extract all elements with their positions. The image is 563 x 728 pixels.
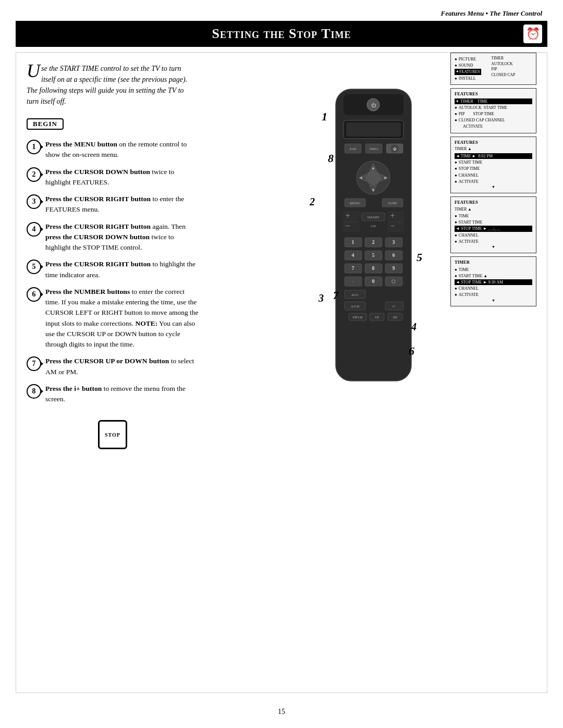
overlay-num-8: 8 [328,152,334,165]
panel4-subtitle: TIMER ▲ [455,207,532,213]
stop-icon-area: STOP [27,420,199,449]
step-text-6: Press the NUMBER buttons to enter the co… [45,287,199,350]
step-text-3: Press the CURSOR RIGHT button to enter t… [45,194,199,215]
svg-text:DN: DN [393,316,398,319]
screen-panels-column: ● PICTURE ● SOUND ✦ FEATURES ● INSTALL T… [450,53,536,306]
overlay-num-4: 4 [411,321,417,333]
panel5-starttime: ● START TIME ▲ [455,273,532,279]
panel2-timer: ✦ TIMERTIME [455,98,532,104]
remote-illustration: ⏻ SAP INFO ⏻ ▲ ▼ [317,84,437,399]
step-8: 8 Press the i+ button to remove the menu… [27,384,199,405]
overlay-num-6: 6 [409,344,414,358]
panel3-down: ▼ [455,185,532,190]
svg-text:▲: ▲ [371,165,376,170]
panel4-title: FEATURES [455,200,532,206]
panel2-title: FEATURES [455,91,532,97]
title-bar: Setting the Stop Time ⏰ [16,21,547,47]
panel1-col-timer: TIMER [492,56,516,61]
step-7: 7 Press the CURSOR UP or DOWN button to … [27,356,199,377]
svg-text:◄: ◄ [359,175,363,180]
panel4-down: ▼ [455,245,532,250]
step-text-2: Press the CURSOR DOWN button twice to hi… [45,167,199,188]
intro-paragraph: Use the START TIME control to set the TV… [27,63,188,107]
step-text-8: Press the i+ button to remove the menu f… [45,384,199,405]
panel4-activate: ● ACTIVATE [455,239,532,244]
panel3-title: FEATURES [455,140,532,146]
clock-icon: ⏰ [523,24,542,43]
panel3-time: ◄ TIME ► 8:02 PM [455,153,532,159]
step-5: 5 Press the CURSOR RIGHT button to highl… [27,259,199,280]
svg-text:4: 4 [352,252,354,258]
header-section: Features Menu • The Timer Control [441,9,542,17]
panel2-activate: ACTIVATE [455,124,532,129]
svg-text:8: 8 [372,265,375,271]
svg-text:PIP CH: PIP CH [353,316,363,319]
svg-text:3: 3 [393,239,395,245]
panel1-col-autolock: AUTOLOCK [492,61,516,67]
overlay-num-7: 7 [333,290,338,302]
svg-text:▼: ▼ [371,188,376,193]
panel1-row-picture: ● PICTURE [455,56,481,62]
svg-text:9: 9 [393,265,395,271]
panel2-pip: ● PIPSTOP TIME [455,111,532,117]
svg-text:SURF: SURF [388,201,397,205]
step-6: 6 Press the NUMBER buttons to enter the … [27,287,199,350]
remote-svg: ⏻ SAP INFO ⏻ ▲ ▼ [317,84,437,397]
svg-rect-30 [388,212,403,222]
step-text-1: Press the MENU button on the remote cont… [45,139,199,161]
step-text-5: Press the CURSOR RIGHT button to highlig… [45,259,199,280]
svg-text:⬡: ⬡ [391,279,396,284]
svg-rect-36 [388,222,403,231]
svg-text:·: · [352,279,353,284]
panel3-activate: ● ACTIVATE [455,179,532,184]
intro-text: se the START TIME control to set the TV … [27,65,187,105]
svg-text:ACC: ACC [351,293,359,297]
panel1-row-sound: ● SOUND [455,63,481,68]
step-1: 1 Press the MENU button on the remote co… [27,139,199,161]
svg-text:1: 1 [352,239,354,245]
svg-text:MENU: MENU [350,201,361,205]
svg-text:CH: CH [371,224,376,228]
panel4-stoptime: ◄ STOP TIME ► _ _:_ _ [455,226,532,231]
panel3-stoptime: ● STOP TIME [455,166,532,171]
screen-panel-3: FEATURES TIMER ▲ ◄ TIME ► 8:02 PM ● STAR… [450,137,536,193]
page-number-area: 15 [0,698,563,725]
step-text-7: Press the CURSOR UP or DOWN button to se… [45,356,199,377]
page-number: 15 [278,708,285,715]
svg-point-14 [366,170,381,185]
step-num-2: 2 [27,167,41,182]
step-num-8: 8 [27,384,41,399]
overlay-num-1: 1 [322,110,327,124]
svg-text:7: 7 [352,265,354,271]
panel5-activate: ● ACTIVATE [455,292,532,298]
step-3: 3 Press the CURSOR RIGHT button to enter… [27,194,199,215]
screen-panel-1: ● PICTURE ● SOUND ✦ FEATURES ● INSTALL T… [450,53,536,85]
panel2-closedcap: ● CLOSED CAPCHANNEL [455,117,532,123]
svg-text:5: 5 [372,252,375,258]
overlay-num-2: 2 [310,196,315,208]
svg-text:SMART: SMART [367,215,380,219]
panel5-down: ▼ [455,299,532,304]
svg-text:A/CH: A/CH [351,304,360,309]
svg-text:0: 0 [372,278,375,284]
svg-rect-28 [344,212,359,222]
panel4-time: ● TIME [455,213,532,219]
panel5-time: ● TIME [455,267,532,273]
panel5-channel: ● CHANNEL [455,286,532,291]
svg-text:2: 2 [372,239,375,245]
step-num-4: 4 [27,222,41,237]
overlay-num-3: 3 [319,292,324,304]
svg-text:⏻: ⏻ [393,147,397,151]
screen-panel-4: FEATURES TIMER ▲ ● TIME ● START TIME ◄ S… [450,196,536,253]
screen-panel-2: FEATURES ✦ TIMERTIME ● AUTOLOCKSTART TIM… [450,88,536,133]
main-content: ● PICTURE ● SOUND ✦ FEATURES ● INSTALL T… [16,52,547,693]
panel3-channel: ● CHANNEL [455,172,532,178]
begin-badge: BEGIN [27,118,64,130]
left-column: Use the START TIME control to set the TV… [27,63,199,454]
svg-text:►: ► [384,175,388,180]
panel5-title: TIMER [455,260,532,266]
stop-label: STOP [105,432,120,438]
step-2: 2 Press the CURSOR DOWN button twice to … [27,167,199,188]
svg-text:i+: i+ [393,304,396,309]
drop-cap: U [27,63,40,79]
